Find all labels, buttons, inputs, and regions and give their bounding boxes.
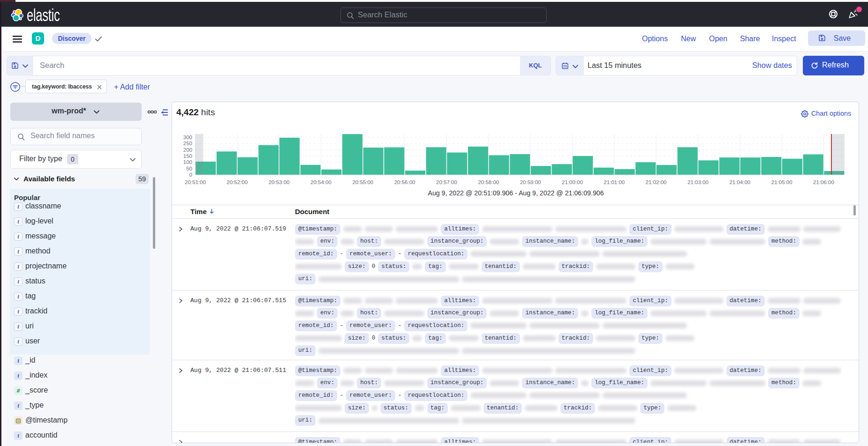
svg-text:300: 300: [183, 134, 192, 140]
svg-text:250: 250: [183, 141, 192, 146]
svg-text:21:00:00: 21:00:00: [562, 179, 583, 185]
svg-text:100: 100: [183, 159, 192, 165]
svg-text:21:04:00: 21:04:00: [729, 179, 750, 185]
svg-text:21:02:00: 21:02:00: [646, 179, 667, 185]
svg-text:20:53:00: 20:53:00: [269, 179, 290, 185]
svg-text:150: 150: [183, 153, 192, 159]
svg-text:20:57:00: 20:57:00: [436, 179, 457, 185]
svg-text:21:03:00: 21:03:00: [687, 179, 709, 185]
svg-text:21:01:00: 21:01:00: [604, 179, 625, 185]
svg-text:20:54:00: 20:54:00: [310, 179, 332, 185]
svg-text:20:51:00: 20:51:00: [185, 179, 206, 185]
svg-text:20:58:00: 20:58:00: [478, 179, 499, 185]
svg-text:0: 0: [189, 172, 192, 178]
svg-text:20:52:00: 20:52:00: [226, 179, 248, 185]
svg-text:50: 50: [186, 166, 192, 171]
svg-text:20:56:00: 20:56:00: [394, 179, 415, 185]
svg-text:20:55:00: 20:55:00: [352, 179, 373, 185]
svg-text:21:05:00: 21:05:00: [771, 179, 793, 185]
svg-text:21:06:00: 21:06:00: [813, 179, 834, 185]
svg-text:20:59:00: 20:59:00: [520, 179, 541, 185]
svg-text:200: 200: [183, 147, 192, 153]
